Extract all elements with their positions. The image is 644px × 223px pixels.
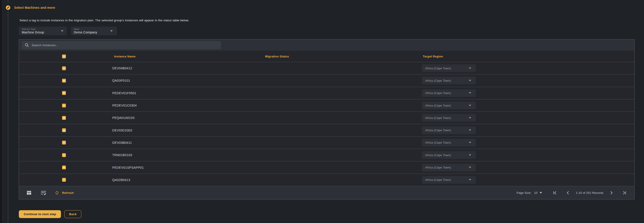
instance-name-cell: DEV03B0411 <box>109 141 263 144</box>
column-header-instance-name: Instance Name <box>109 55 263 58</box>
chevron-down-icon <box>469 105 471 106</box>
edit-pencil-icon <box>6 6 10 10</box>
chevron-down-icon <box>469 167 471 168</box>
target-region-value: Africa (Cape Town) <box>425 91 451 95</box>
table-row: PEDEV01C0304 Africa (Cape Town) <box>19 99 634 112</box>
row-checkbox[interactable] <box>62 116 66 120</box>
value-select[interactable]: Value Demo Company <box>71 27 117 35</box>
instance-name-cell: PEDEV01SPSAPP01 <box>109 166 263 169</box>
chevron-down-icon <box>469 117 471 119</box>
refresh-sync-icon <box>55 191 59 195</box>
target-region-value: Africa (Cape Town) <box>425 166 451 169</box>
chevron-down-icon <box>469 154 471 156</box>
last-page-icon <box>623 191 626 194</box>
target-region-select[interactable]: Africa (Cape Town) <box>422 176 476 184</box>
search-box <box>22 41 221 49</box>
table-body: DEV04B0412 Africa (Cape Town) QA03 <box>19 62 634 186</box>
previous-page-button[interactable] <box>567 191 569 194</box>
table-row: QA02B0413 Africa (Cape Town) <box>19 174 634 186</box>
chevron-down-icon <box>61 30 64 32</box>
target-region-value: Africa (Cape Town) <box>425 104 451 107</box>
instance-name-cell: QA03P0101 <box>109 79 263 82</box>
target-region-value: Africa (Cape Town) <box>425 153 451 157</box>
row-checkbox[interactable] <box>62 66 66 70</box>
step-title: Select Machines and more <box>14 6 55 10</box>
row-checkbox[interactable] <box>62 91 66 95</box>
row-checkbox[interactable] <box>62 153 66 157</box>
row-checkbox[interactable] <box>62 104 66 107</box>
row-checkbox[interactable] <box>62 79 66 83</box>
table-footer: Refresh Page Size: 10 <box>19 186 634 199</box>
table-row: DEV04B0412 Africa (Cape Town) <box>19 62 634 75</box>
table-row: TRN01B0103 Africa (Cape Town) <box>19 149 634 161</box>
wrap-text-icon <box>41 190 46 195</box>
refresh-button[interactable]: Refresh <box>55 191 74 195</box>
table-row: PEQA01A0103 Africa (Cape Town) <box>19 112 634 124</box>
target-region-value: Africa (Cape Town) <box>425 116 451 120</box>
table-row: PEDEV01SPSAPP01 Africa (Cape Town) <box>19 161 634 174</box>
select-all-checkbox[interactable] <box>62 55 66 58</box>
page-size-label: Page Size: <box>517 191 532 194</box>
chevron-down-icon <box>469 179 471 181</box>
next-page-button[interactable] <box>610 191 613 194</box>
first-page-button[interactable] <box>553 191 556 194</box>
search-input[interactable] <box>31 43 211 47</box>
target-region-select[interactable]: Africa (Cape Town) <box>422 77 476 84</box>
wizard-actions: Continue to next step Back <box>19 210 81 218</box>
target-region-select[interactable]: Africa (Cape Town) <box>422 114 476 122</box>
target-region-select[interactable]: Africa (Cape Town) <box>422 89 476 97</box>
target-region-select[interactable]: Africa (Cape Town) <box>422 151 476 159</box>
row-checkbox[interactable] <box>62 141 66 144</box>
instance-name-cell: PEDEV01C0304 <box>109 104 263 107</box>
chevron-down-icon <box>110 30 113 32</box>
row-checkbox[interactable] <box>62 166 66 169</box>
row-checkbox[interactable] <box>62 128 66 132</box>
target-region-value: Africa (Cape Town) <box>425 79 451 82</box>
instance-name-cell: PEDEV01F0501 <box>109 91 263 95</box>
instance-name-cell: TRN01B0103 <box>109 153 263 157</box>
target-region-select[interactable]: Africa (Cape Town) <box>422 102 476 109</box>
continue-button[interactable]: Continue to next step <box>19 210 61 218</box>
records-range: 1-10 of 252 Records <box>576 191 604 194</box>
table-row: QA03P0101 Africa (Cape Town) <box>19 75 634 87</box>
chevron-down-icon <box>469 129 471 131</box>
chevron-down-icon <box>469 142 471 143</box>
page-size-value: 10 <box>534 191 537 194</box>
previous-page-icon <box>567 191 569 194</box>
target-region-value: Africa (Cape Town) <box>425 141 451 144</box>
target-region-value: Africa (Cape Town) <box>425 129 451 132</box>
table-columns-button[interactable] <box>27 190 31 195</box>
value-label: Value <box>74 28 117 30</box>
selector-type-label: Selector Type <box>22 28 67 30</box>
target-region-select[interactable]: Africa (Cape Town) <box>422 164 476 171</box>
back-button[interactable]: Back <box>64 210 81 218</box>
next-page-icon <box>610 191 613 194</box>
table-search-band <box>19 40 634 51</box>
target-region-select[interactable]: Africa (Cape Town) <box>422 127 476 134</box>
wrap-text-button[interactable] <box>41 190 46 195</box>
instances-table: Instance Name Migration Status Target Re… <box>19 39 634 199</box>
refresh-label: Refresh <box>62 191 74 194</box>
row-checkbox[interactable] <box>62 178 66 182</box>
table-row: DEV03B0411 Africa (Cape Town) <box>19 137 634 149</box>
table-header-row: Instance Name Migration Status Target Re… <box>19 51 634 62</box>
last-page-button[interactable] <box>623 191 626 194</box>
chevron-down-icon <box>469 92 471 94</box>
instance-name-cell: PEQA01A0103 <box>109 116 263 120</box>
selector-type-select[interactable]: Selector Type Machine Group <box>19 27 67 35</box>
selector-type-value: Machine Group <box>22 31 67 34</box>
target-region-select[interactable]: Africa (Cape Town) <box>422 139 476 146</box>
step-description: Select a tag to include instances in the… <box>20 19 189 22</box>
table-row: DEV03C0302 Africa (Cape Town) <box>19 124 634 136</box>
chevron-down-icon <box>469 68 471 69</box>
stepper-connector-bottom <box>8 11 8 223</box>
page-size-select[interactable]: 10 <box>534 191 542 194</box>
target-region-value: Africa (Cape Town) <box>425 178 451 181</box>
table-row: PEDEV01F0501 Africa (Cape Town) <box>19 87 634 99</box>
stepper-connector-top <box>8 0 8 3</box>
target-region-value: Africa (Cape Town) <box>425 67 451 70</box>
chevron-down-icon <box>540 192 542 194</box>
instance-name-cell: QA02B0413 <box>109 178 263 182</box>
instance-name-cell: DEV04B0412 <box>109 66 263 70</box>
target-region-select[interactable]: Africa (Cape Town) <box>422 64 476 72</box>
